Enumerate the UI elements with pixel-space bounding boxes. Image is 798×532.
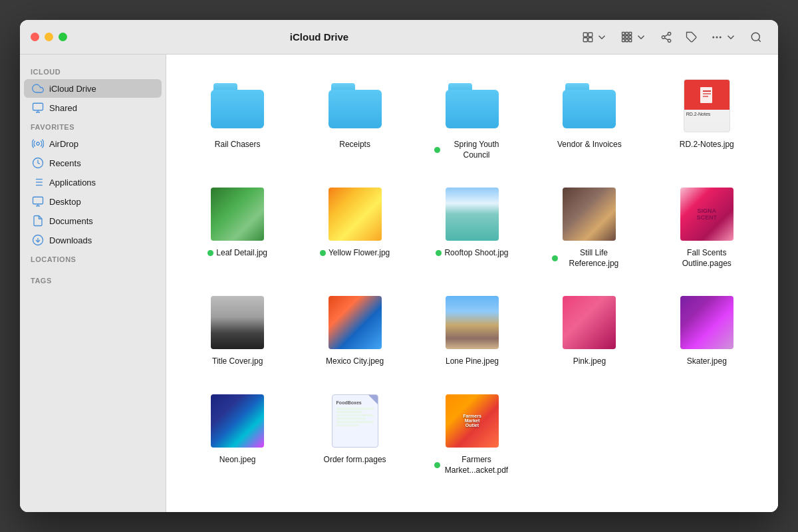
sync-dot-spring-youth-council	[434, 147, 440, 153]
thumb-yellow-flower	[325, 184, 385, 244]
desktop-icon	[32, 196, 44, 207]
svg-rect-0	[583, 33, 587, 37]
finder-window: iCloud Drive	[20, 20, 778, 512]
file-item-fall-scents[interactable]: SIGNASCENT Fall Scents Outline.pages	[652, 179, 762, 274]
sidebar-item-desktop[interactable]: Desktop	[24, 192, 162, 211]
svg-rect-5	[626, 32, 628, 35]
minimize-button[interactable]	[45, 33, 53, 41]
traffic-lights	[31, 33, 67, 41]
svg-rect-34	[700, 87, 712, 103]
thumb-still-life	[559, 184, 619, 244]
svg-point-17	[751, 33, 759, 41]
svg-rect-29	[33, 197, 43, 204]
file-name-spring-youth-council: Spring Youth Council	[443, 140, 509, 160]
svg-rect-1	[589, 33, 593, 37]
thumb-farmers-market: FarmersMarketOutlet	[442, 391, 502, 451]
content-area: iCloud iCloud Drive Shared	[20, 55, 778, 512]
svg-rect-10	[622, 39, 625, 42]
thumb-order-form: FoodBoxes	[325, 391, 385, 451]
close-button[interactable]	[31, 33, 39, 41]
file-item-rail-chasers[interactable]: Rail Chasers	[182, 70, 293, 166]
file-item-still-life[interactable]: Still Life Reference.jpg	[534, 179, 644, 274]
svg-rect-3	[589, 37, 593, 41]
sync-dot-farmers	[434, 462, 440, 468]
folder-thumb-rail-chasers	[207, 76, 267, 136]
downloads-icon	[32, 234, 44, 246]
tags-button[interactable]	[680, 28, 703, 47]
group-by-button[interactable]	[616, 28, 652, 47]
documents-icon	[32, 215, 44, 227]
file-name-pink: Pink.jpeg	[573, 356, 606, 367]
svg-rect-2	[583, 37, 587, 41]
file-name-neon: Neon.jpeg	[219, 455, 256, 466]
file-name-lone-pine: Lone Pine.jpeg	[446, 356, 499, 367]
sidebar-item-downloads[interactable]: Downloads	[24, 231, 162, 249]
file-name-farmers-market: Farmers Market...acket.pdf	[443, 455, 509, 475]
thumb-title-cover	[207, 293, 267, 352]
applications-label: Applications	[49, 178, 96, 188]
sync-dot-flower	[320, 250, 326, 256]
file-item-rd2-notes[interactable]: RD.2-Notes RD.2-Notes.jpg	[652, 70, 762, 166]
toolbar: iCloud Drive	[20, 20, 778, 55]
file-name-skater: Skater.jpeg	[687, 356, 727, 367]
shared-label: Shared	[49, 103, 77, 113]
file-item-lone-pine[interactable]: Lone Pine.jpeg	[417, 287, 527, 372]
svg-point-21	[37, 142, 40, 146]
airdrop-label: AirDrop	[49, 139, 78, 149]
sync-dot-leaf	[207, 250, 213, 256]
file-item-yellow-flower[interactable]: Yellow Flower.jpg	[299, 179, 410, 274]
sidebar-item-applications[interactable]: Applications	[24, 173, 162, 192]
svg-point-16	[713, 37, 714, 38]
thumb-skater	[677, 293, 737, 352]
svg-rect-11	[626, 39, 628, 42]
icloud-drive-icon	[32, 82, 44, 94]
thumb-fall-scents: SIGNASCENT	[677, 184, 737, 244]
file-name-title-cover: Title Cover.jpg	[212, 356, 263, 367]
desktop-label: Desktop	[49, 197, 81, 207]
file-item-leaf-detail[interactable]: Leaf Detail.jpg	[182, 179, 293, 274]
thumb-rd2-notes: RD.2-Notes	[677, 76, 737, 136]
file-item-neon[interactable]: Neon.jpeg	[182, 386, 293, 481]
file-item-spring-youth-council[interactable]: Spring Youth Council	[417, 70, 527, 166]
file-name-yellow-flower: Yellow Flower.jpg	[329, 248, 390, 259]
recents-icon	[32, 157, 44, 169]
sidebar-item-documents[interactable]: Documents	[24, 211, 162, 230]
fullscreen-button[interactable]	[59, 33, 67, 41]
file-item-receipts[interactable]: Receipts	[299, 70, 410, 166]
file-name-still-life: Still Life Reference.jpg	[561, 248, 627, 269]
sidebar-item-recents[interactable]: Recents	[24, 154, 162, 172]
file-grid: Rail Chasers Receipts	[182, 70, 762, 481]
favorites-section-label: Favorites	[20, 118, 166, 134]
thumb-leaf-detail	[207, 184, 267, 244]
locations-section-label: Locations	[20, 250, 166, 266]
sidebar-item-shared[interactable]: Shared	[24, 98, 162, 117]
folder-thumb-spring-youth-council	[442, 76, 502, 136]
svg-rect-8	[626, 35, 628, 38]
file-item-farmers-market[interactable]: FarmersMarketOutlet Farmers Market...ack…	[417, 386, 527, 481]
sidebar-item-icloud-drive[interactable]: iCloud Drive	[24, 79, 162, 98]
file-item-title-cover[interactable]: Title Cover.jpg	[182, 287, 293, 372]
thumb-neon	[207, 391, 267, 451]
downloads-label: Downloads	[49, 235, 92, 245]
file-item-rooftop-shoot[interactable]: Rooftop Shoot.jpg	[417, 179, 527, 274]
more-button[interactable]	[706, 28, 742, 47]
view-options-button[interactable]	[577, 28, 613, 47]
share-button[interactable]	[655, 28, 678, 47]
sidebar-item-airdrop[interactable]: AirDrop	[24, 134, 162, 153]
icloud-section-label: iCloud	[20, 63, 166, 78]
search-button[interactable]	[745, 28, 767, 47]
thumb-lone-pine	[442, 293, 502, 352]
file-name-rd2-notes: RD.2-Notes.jpg	[680, 140, 734, 150]
file-item-order-form[interactable]: FoodBoxes Order form.pages	[299, 386, 410, 481]
svg-rect-9	[629, 35, 632, 38]
file-item-skater[interactable]: Skater.jpeg	[652, 287, 762, 372]
thumb-rooftop-shoot	[442, 184, 502, 244]
file-item-pink[interactable]: Pink.jpeg	[534, 287, 644, 372]
documents-label: Documents	[49, 216, 93, 226]
svg-rect-4	[622, 32, 625, 35]
file-item-mexico-city[interactable]: Mexico City.jpeg	[299, 287, 410, 372]
file-name-rooftop-shoot: Rooftop Shoot.jpg	[444, 248, 508, 259]
folder-thumb-receipts	[325, 76, 385, 136]
file-item-vendor-invoices[interactable]: Vendor & Invoices	[534, 70, 644, 166]
toolbar-actions	[577, 28, 767, 47]
